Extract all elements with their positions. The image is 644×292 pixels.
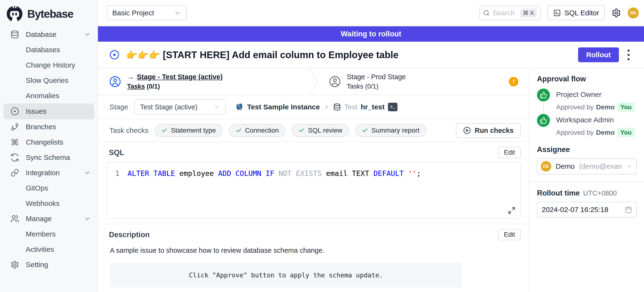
sidebar-item-label: Webhooks	[26, 199, 60, 208]
sidebar-item-slow-queries[interactable]: Slow Queries	[0, 73, 98, 88]
sql-section-head: SQL Edit	[106, 147, 521, 158]
warning-badge: !	[509, 77, 518, 86]
sidebar-item-label: Activities	[26, 245, 54, 253]
logo[interactable]: Bytebase	[0, 0, 98, 27]
database-name[interactable]: hr_test	[361, 103, 384, 111]
sql-editor-button[interactable]: SQL Editor	[548, 6, 605, 20]
content-row: → Stage - Test Stage (active) Tasks (0/1…	[98, 68, 644, 292]
sql-section: SQL Edit 1 ALTER TABLE employee ADD COLU…	[98, 142, 529, 224]
sql-code-line: 1 ALTER TABLE employee ADD COLUMN IF NOT…	[107, 169, 520, 178]
stage-flow: → Stage - Test Stage (active) Tasks (0/1…	[98, 68, 529, 95]
stage-select-row: Stage Test Stage (active) Test Sample In…	[98, 95, 529, 119]
search-input[interactable]	[492, 9, 518, 17]
rollout-time-label: Rollout time	[537, 189, 580, 197]
sidebar-item-manage[interactable]: Manage	[0, 211, 98, 226]
check-statement-type[interactable]: Statement type	[154, 124, 222, 137]
task-check-pills: Statement type Connection SQL review	[154, 124, 426, 137]
rollout-time-head: Rollout time UTC+0800	[537, 189, 637, 197]
sidebar-item-changelists[interactable]: Changelists	[0, 134, 98, 150]
approval-status: Approved by Demo You	[556, 102, 635, 112]
description-section: Description Edit A sample issue to showc…	[98, 224, 529, 292]
stage-prod-name: Stage - Prod Stage	[347, 73, 406, 81]
check-icon	[298, 127, 304, 133]
approver-name: Demo	[596, 103, 614, 111]
check-icon	[362, 127, 368, 133]
check-icon	[161, 127, 168, 133]
assignee-title: Assignee	[537, 145, 637, 154]
sidebar-item-database[interactable]: Database	[0, 27, 98, 42]
sql-code-text: ALTER TABLE employee ADD COLUMN IF NOT E…	[128, 169, 421, 178]
sidebar-item-databases[interactable]: Databases	[0, 42, 98, 57]
sidebar-item-gitops[interactable]: GitOps	[0, 181, 98, 196]
sidebar-item-issues[interactable]: Issues	[3, 103, 94, 119]
check-connection[interactable]: Connection	[229, 124, 286, 137]
stage-prod[interactable]: Stage - Prod Stage Tasks (0/1) !	[318, 68, 529, 95]
description-text: A sample issue to showcase how to review…	[106, 246, 521, 254]
chevron-down-icon	[214, 104, 220, 110]
sql-editor[interactable]: 1 ALTER TABLE employee ADD COLUMN IF NOT…	[106, 162, 521, 219]
approval-step-rail	[537, 114, 550, 137]
main-pane: → Stage - Test Stage (active) Tasks (0/1…	[98, 68, 529, 292]
rollout-time-input[interactable]: 2024-02-07 16:25:18	[537, 202, 637, 218]
instance-name[interactable]: Test Sample Instance	[247, 103, 320, 111]
sidebar-item-branches[interactable]: Branches	[0, 119, 98, 134]
stage-select[interactable]: Test Stage (active)	[134, 99, 226, 115]
stage-separator-chevron	[309, 68, 318, 95]
gear-icon[interactable]	[612, 8, 621, 18]
assignee-select[interactable]: DE Demo (demo@example	[537, 158, 637, 175]
topbar: Basic Project ⌘ K SQL Editor DE	[98, 0, 644, 26]
sidebar-nav: Database Databases Change History Slow Q…	[0, 27, 98, 272]
approval-flow-title: Approval flow	[537, 75, 637, 83]
panel-divider	[529, 182, 644, 182]
sidebar-item-setting[interactable]: Setting	[0, 257, 98, 272]
search-input-wrap[interactable]: ⌘ K	[479, 6, 541, 20]
approver-name: Demo	[596, 129, 614, 136]
stage-test-tasks[interactable]: Tasks (0/1)	[127, 83, 223, 90]
kebab-menu-icon[interactable]	[626, 48, 632, 62]
issue-title-text: [START HERE] Add email column to Employe…	[163, 50, 398, 60]
description-edit-button[interactable]: Edit	[498, 229, 521, 240]
check-summary-report[interactable]: Summary report	[355, 124, 426, 137]
person-circle-icon	[329, 76, 341, 87]
status-banner: Waiting to rollout	[98, 26, 644, 42]
sidebar-item-label: Anomalies	[26, 92, 59, 100]
you-badge: You	[617, 102, 635, 112]
sidebar-item-sync-schema[interactable]: Sync Schema	[0, 150, 98, 165]
approval-step-rail	[537, 89, 550, 114]
issue-status-icon	[110, 50, 120, 60]
rail-connector	[543, 103, 544, 114]
project-selector-value: Basic Project	[112, 9, 154, 17]
run-checks-button[interactable]: Run checks	[456, 123, 521, 138]
rollout-button[interactable]: Rollout	[578, 47, 619, 62]
sidebar: Bytebase Database Databases Change Histo…	[0, 0, 98, 292]
expand-icon[interactable]	[508, 207, 516, 214]
sidebar-item-change-history[interactable]: Change History	[0, 57, 98, 73]
sidebar-item-anomalies[interactable]: Anomalies	[0, 88, 98, 103]
stage-prod-lines: Stage - Prod Stage Tasks (0/1)	[347, 73, 406, 90]
sidebar-item-members[interactable]: Members	[0, 226, 98, 242]
sidebar-item-label: Branches	[26, 123, 56, 131]
sql-edit-button[interactable]: Edit	[498, 147, 521, 158]
assignee-email: (demo@example	[579, 162, 622, 170]
issue-title-row: 👉👉👉 [START HERE] Add email column to Emp…	[98, 42, 644, 68]
sidebar-item-webhooks[interactable]: Webhooks	[0, 196, 98, 211]
sql-editor-label: SQL Editor	[564, 9, 599, 17]
sidebar-item-activities[interactable]: Activities	[0, 242, 98, 257]
project-selector[interactable]: Basic Project	[106, 6, 187, 20]
description-head: Description Edit	[106, 229, 521, 240]
open-sql-editor-icon[interactable]: >_	[388, 103, 398, 111]
sidebar-item-integration[interactable]: Integration	[0, 165, 98, 181]
stage-select-value: Test Stage (active)	[140, 103, 197, 111]
user-avatar[interactable]: DE	[628, 8, 639, 19]
database-icon	[10, 30, 19, 39]
check-sql-review[interactable]: SQL review	[292, 124, 349, 137]
sidebar-item-label: Sync Schema	[26, 154, 70, 162]
you-badge: You	[617, 128, 635, 137]
logo-text: Bytebase	[27, 8, 73, 20]
stage-label: Stage	[110, 103, 128, 111]
sidebar-item-label: Setting	[26, 261, 48, 269]
stage-test[interactable]: → Stage - Test Stage (active) Tasks (0/1…	[98, 68, 309, 95]
postgres-icon	[235, 103, 244, 111]
sql-label: SQL	[106, 149, 124, 157]
stage-prod-tasks[interactable]: Tasks (0/1)	[347, 83, 406, 90]
